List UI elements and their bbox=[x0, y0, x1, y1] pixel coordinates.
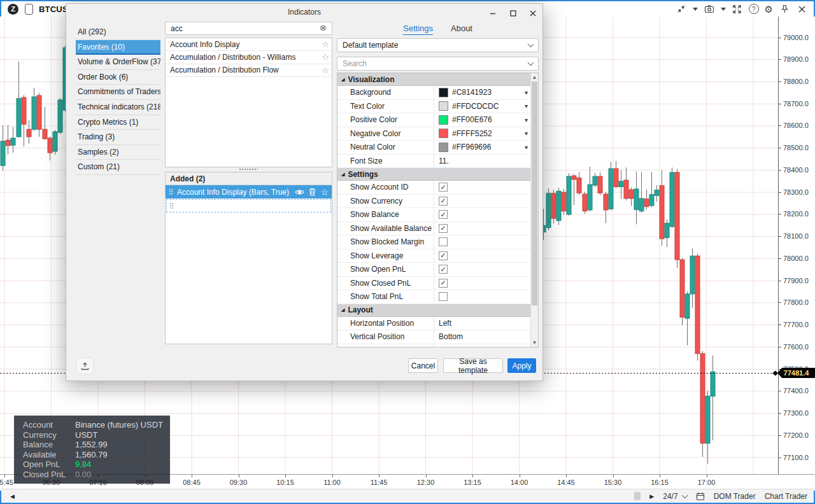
camera-icon[interactable] bbox=[704, 3, 715, 15]
text-field[interactable]: Bottom bbox=[434, 330, 530, 344]
checkbox[interactable]: ✓ bbox=[439, 183, 448, 192]
template-select[interactable]: Default template bbox=[337, 38, 539, 52]
h-scrollbar-thumb[interactable] bbox=[634, 492, 641, 500]
added-indicator-row-empty[interactable] bbox=[166, 199, 331, 213]
section-header[interactable]: ◢Layout bbox=[337, 304, 530, 317]
save-as-template-button[interactable]: Save as template bbox=[443, 358, 503, 373]
prop-row: Show Blocked Margin bbox=[337, 235, 530, 249]
text-field[interactable]: 20 bbox=[434, 344, 530, 348]
account-overlay-label: Balance bbox=[23, 440, 75, 450]
category-item[interactable]: Trading (3) bbox=[76, 130, 160, 145]
category-item[interactable]: Crypto Metrics (1) bbox=[76, 115, 160, 130]
price-axis[interactable]: 79000.078900.078800.078700.078600.078500… bbox=[778, 17, 815, 474]
favorite-star-icon[interactable]: ☆ bbox=[322, 66, 329, 75]
cancel-button[interactable]: Cancel bbox=[408, 358, 438, 373]
category-item[interactable]: Commitments of Traders (4) bbox=[76, 85, 160, 100]
camera-dropdown-caret[interactable] bbox=[721, 8, 726, 11]
added-indicator-row-selected[interactable]: Account Info Display (Bars, True) ☆ bbox=[166, 185, 332, 199]
color-dropdown[interactable]: #FF00E676▾ bbox=[434, 113, 530, 127]
indicator-search-input[interactable] bbox=[165, 22, 332, 35]
settings-search-combo[interactable]: Search bbox=[337, 57, 539, 71]
drag-handle-icon[interactable] bbox=[169, 188, 173, 195]
time-tick bbox=[472, 475, 473, 477]
scroll-right-arrow[interactable]: ▶ bbox=[649, 493, 654, 500]
collapse-dropdown-caret[interactable] bbox=[693, 8, 698, 11]
collapse-chart-icon[interactable] bbox=[676, 3, 687, 15]
prop-value: ✓ bbox=[434, 249, 530, 263]
color-dropdown[interactable]: #FFDCDCDC▾ bbox=[434, 100, 530, 113]
delete-trash-icon[interactable] bbox=[309, 188, 316, 196]
checkbox[interactable]: ✓ bbox=[439, 251, 448, 260]
panel-splitter[interactable] bbox=[239, 168, 258, 171]
category-item[interactable]: Technical indicators (218) bbox=[76, 100, 160, 115]
drag-handle-icon[interactable] bbox=[169, 202, 174, 209]
help-icon[interactable]: ? bbox=[749, 4, 759, 14]
favorite-star-icon[interactable]: ☆ bbox=[322, 52, 329, 62]
price-label: 79000.0 bbox=[783, 34, 809, 41]
category-item[interactable]: Volume & OrderFlow (37) bbox=[76, 55, 160, 70]
fullscreen-icon[interactable] bbox=[732, 3, 743, 15]
section-collapse-icon: ◢ bbox=[341, 77, 344, 82]
time-tick bbox=[285, 475, 286, 477]
property-grid-scrollbar[interactable]: ▲ ▼ bbox=[530, 73, 538, 347]
section-header[interactable]: ◢Visualization bbox=[337, 73, 530, 86]
pin-icon[interactable] bbox=[779, 3, 790, 15]
candle bbox=[567, 173, 571, 216]
text-field[interactable]: 11. bbox=[434, 155, 530, 168]
checkbox[interactable]: ✓ bbox=[439, 197, 448, 206]
account-overlay-value: 1,552.99 bbox=[75, 440, 108, 450]
section-header[interactable]: ◢Settings bbox=[337, 168, 530, 181]
symbol-link-icon[interactable] bbox=[25, 4, 33, 15]
apply-button[interactable]: Apply bbox=[507, 358, 536, 373]
scrollbar-up-icon[interactable]: ▲ bbox=[531, 74, 538, 80]
clear-search-icon[interactable]: ⊗ bbox=[320, 24, 327, 32]
settings-gear-icon[interactable]: ⚙ bbox=[765, 4, 773, 14]
dialog-maximize-button[interactable] bbox=[507, 8, 519, 18]
chevron-down-icon: ▾ bbox=[525, 130, 528, 137]
indicator-result-row[interactable]: Accumulation / Distribution Flow☆ bbox=[166, 64, 332, 77]
scroll-left-arrow[interactable]: ◀ bbox=[10, 493, 15, 500]
checkbox[interactable] bbox=[439, 237, 448, 246]
price-label: 77600.0 bbox=[783, 343, 809, 351]
close-window-icon[interactable] bbox=[796, 3, 807, 15]
category-item[interactable]: Samples (2) bbox=[76, 145, 160, 160]
scrollbar-down-icon[interactable]: ▼ bbox=[531, 340, 538, 346]
color-dropdown[interactable]: #FF969696▾ bbox=[434, 141, 530, 154]
checkbox[interactable]: ✓ bbox=[439, 224, 448, 233]
tab-settings[interactable]: Settings bbox=[403, 24, 433, 35]
dialog-close-button[interactable] bbox=[527, 8, 539, 18]
favorite-star-icon[interactable]: ☆ bbox=[320, 188, 329, 197]
prop-label: OffsetX bbox=[337, 344, 434, 348]
chart-trader-button[interactable]: Chart Trader bbox=[765, 492, 807, 501]
time-label: 11:45 bbox=[371, 479, 388, 486]
indicator-result-row[interactable]: Accumulation / Distribution - Williams☆ bbox=[166, 51, 332, 64]
text-field[interactable]: Left bbox=[434, 317, 530, 330]
visibility-eye-icon[interactable] bbox=[295, 188, 304, 196]
scrollbar-thumb[interactable] bbox=[532, 81, 537, 305]
checkbox[interactable] bbox=[439, 292, 448, 301]
dom-trader-button[interactable]: DOM Trader bbox=[714, 492, 756, 501]
favorite-star-icon[interactable]: ☆ bbox=[322, 39, 329, 49]
calendar-icon[interactable] bbox=[696, 492, 705, 501]
session-selector[interactable]: 24/7 bbox=[663, 492, 686, 501]
indicators-dialog: Indicators All (292)Favorites (10)Volume… bbox=[66, 3, 543, 381]
category-item[interactable]: Custom (21) bbox=[76, 160, 160, 175]
checkbox[interactable]: ✓ bbox=[439, 265, 448, 274]
candle bbox=[629, 188, 634, 206]
time-tick bbox=[379, 475, 379, 477]
import-template-button[interactable] bbox=[76, 358, 94, 374]
color-dropdown[interactable]: #C8141923▾ bbox=[434, 86, 530, 99]
indicator-result-row[interactable]: Account Info Display☆ bbox=[166, 38, 332, 51]
time-tick bbox=[520, 475, 520, 477]
checkbox[interactable]: ✓ bbox=[439, 279, 448, 288]
tab-about[interactable]: About bbox=[451, 24, 472, 35]
prop-label: Show Open PnL bbox=[337, 263, 434, 276]
account-overlay-value: Binance (futures) USDT bbox=[75, 420, 163, 430]
category-item[interactable]: Favorites (10) bbox=[76, 40, 160, 55]
color-dropdown[interactable]: #FFFF5252▾ bbox=[434, 127, 530, 141]
checkbox[interactable]: ✓ bbox=[439, 210, 448, 219]
dialog-minimize-button[interactable] bbox=[487, 8, 499, 18]
category-item[interactable]: Order Book (6) bbox=[76, 70, 160, 85]
price-label: 78900.0 bbox=[783, 55, 809, 63]
category-item[interactable]: All (292) bbox=[76, 25, 160, 40]
